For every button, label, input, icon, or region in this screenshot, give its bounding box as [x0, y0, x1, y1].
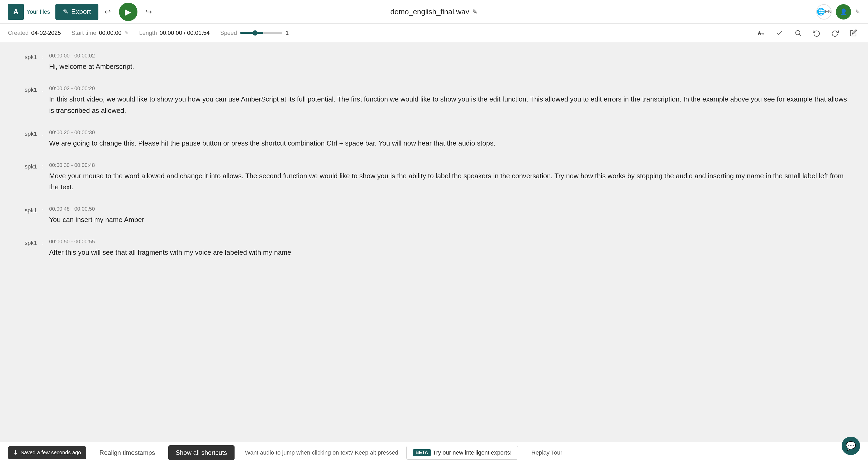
edit2-icon-button[interactable]	[847, 26, 860, 39]
speaker-label[interactable]: spk1	[16, 206, 37, 214]
created-field: Created 04-02-2025	[8, 30, 61, 36]
new-exports-button[interactable]: BETA Try our new intelligent exports!	[406, 446, 518, 460]
speaker-label[interactable]: spk1	[16, 86, 37, 93]
svg-line-3	[799, 34, 801, 36]
segment-colon: :	[42, 162, 44, 170]
segment-content: 00:00:20 - 00:00:30 We are going to chan…	[49, 129, 852, 149]
transcript-segment: spk1 : 00:00:02 - 00:00:20 In this short…	[0, 86, 868, 116]
segment-colon: :	[42, 53, 44, 61]
redo2-icon-button[interactable]	[829, 26, 842, 39]
segment-text[interactable]: After this you will see that all fragmen…	[49, 247, 852, 258]
segment-colon: :	[42, 239, 44, 246]
logo-icon[interactable]: A	[8, 4, 24, 20]
segment-content: 00:00:00 - 00:00:02 Hi, welcome at Amber…	[49, 53, 852, 72]
segment-colon: :	[42, 129, 44, 137]
segment-timestamp: 00:00:50 - 00:00:55	[49, 239, 852, 245]
segment-timestamp: 00:00:48 - 00:00:50	[49, 206, 852, 212]
main-toolbar: A Your files ✎ Export ↩ ▶ ↪ demo_english…	[0, 0, 868, 24]
edit-title-icon[interactable]: ✎	[472, 8, 477, 15]
replay-tour-button[interactable]: Replay Tour	[526, 447, 567, 459]
main-content: spk1 : 00:00:00 - 00:00:02 Hi, welcome a…	[0, 42, 868, 442]
editor-toolbar: A→	[754, 26, 860, 39]
transcript-segment: spk1 : 00:00:50 - 00:00:55 After this yo…	[0, 239, 868, 258]
domain-label: ✎	[855, 8, 860, 15]
segment-content: 00:00:48 - 00:00:50 You can insert my na…	[49, 206, 852, 225]
saved-status: ⬇ Saved a few seconds ago	[8, 446, 86, 459]
transcript-segment: spk1 : 00:00:30 - 00:00:48 Move your mou…	[0, 162, 868, 193]
search-icon-button[interactable]	[792, 26, 805, 39]
translate-icon-button[interactable]: A→	[754, 26, 768, 39]
svg-point-2	[796, 30, 800, 35]
speed-slider[interactable]	[240, 32, 282, 34]
avatar-icon: 👤	[840, 8, 847, 15]
segment-content: 00:00:30 - 00:00:48 Move your mouse to t…	[49, 162, 852, 193]
transcript-area: spk1 : 00:00:00 - 00:00:02 Hi, welcome a…	[0, 42, 868, 442]
user-avatar[interactable]: 👤	[836, 4, 851, 20]
undo2-icon-button[interactable]	[810, 26, 823, 39]
segment-text[interactable]: We are going to change this. Please hit …	[49, 138, 852, 149]
save-icon: ⬇	[13, 449, 18, 456]
segment-timestamp: 00:00:20 - 00:00:30	[49, 129, 852, 135]
segment-timestamp: 00:00:30 - 00:00:48	[49, 162, 852, 168]
speed-field: Speed 1	[220, 30, 289, 36]
segment-content: 00:00:50 - 00:00:55 After this you will …	[49, 239, 852, 258]
show-all-shortcuts-button[interactable]: Show all shortcuts	[168, 445, 235, 460]
chat-button[interactable]: 💬	[842, 437, 860, 455]
export-icon: ✎	[63, 8, 69, 16]
segment-text[interactable]: You can insert my name Amber	[49, 214, 852, 225]
file-title: demo_english_final.wav	[391, 8, 469, 16]
undo-button[interactable]: ↩	[100, 4, 116, 20]
transcript-segment: spk1 : 00:00:00 - 00:00:02 Hi, welcome a…	[0, 53, 868, 72]
segment-text[interactable]: In this short video, we would like to sh…	[49, 94, 852, 116]
file-title-area: demo_english_final.wav ✎	[391, 8, 478, 16]
globe-icon: 🌐	[816, 8, 825, 16]
meta-toolbar: Created 04-02-2025 Start time 00:00:00 ✎…	[0, 24, 868, 42]
speaker-label[interactable]: spk1	[16, 162, 37, 170]
segment-text[interactable]: Hi, welcome at Amberscript.	[49, 61, 852, 72]
redo-button[interactable]: ↪	[141, 4, 157, 20]
segment-colon: :	[42, 86, 44, 93]
language-button[interactable]: 🌐 EN	[816, 4, 832, 20]
segment-content: 00:00:02 - 00:00:20 In this short video,…	[49, 86, 852, 116]
logo-area: A Your files	[8, 4, 50, 20]
segment-colon: :	[42, 206, 44, 214]
alt-tip-text: Want audio to jump when clicking on text…	[245, 449, 398, 456]
transcript-segment: spk1 : 00:00:20 - 00:00:30 We are going …	[0, 129, 868, 149]
export-button[interactable]: ✎ Export	[55, 4, 98, 20]
segment-timestamp: 00:00:02 - 00:00:20	[49, 86, 852, 92]
svg-text:→: →	[761, 32, 764, 35]
play-button[interactable]: ▶	[119, 3, 137, 21]
bottom-bar: ⬇ Saved a few seconds ago Realign timest…	[0, 442, 868, 463]
speaker-label[interactable]: spk1	[16, 53, 37, 61]
svg-text:A: A	[758, 31, 761, 36]
segment-timestamp: 00:00:00 - 00:00:02	[49, 53, 852, 59]
speaker-label[interactable]: spk1	[16, 129, 37, 137]
beta-badge: BETA	[413, 449, 431, 456]
transcript-segment: spk1 : 00:00:48 - 00:00:50 You can inser…	[0, 206, 868, 225]
spellcheck-icon-button[interactable]	[773, 26, 786, 39]
realign-timestamps-button[interactable]: Realign timestamps	[94, 447, 160, 459]
right-toolbar: 🌐 EN 👤 ✎	[816, 4, 860, 20]
length-field: Length 00:00:00 / 00:01:54	[139, 30, 210, 36]
speaker-label[interactable]: spk1	[16, 239, 37, 246]
start-time-field: Start time 00:00:00 ✎	[71, 30, 129, 36]
chat-icon: 💬	[845, 441, 856, 451]
your-files-link[interactable]: Your files	[26, 8, 50, 15]
edit-time-icon[interactable]: ✎	[124, 30, 129, 36]
segment-text[interactable]: Move your mouse to the word allowed and …	[49, 170, 852, 193]
